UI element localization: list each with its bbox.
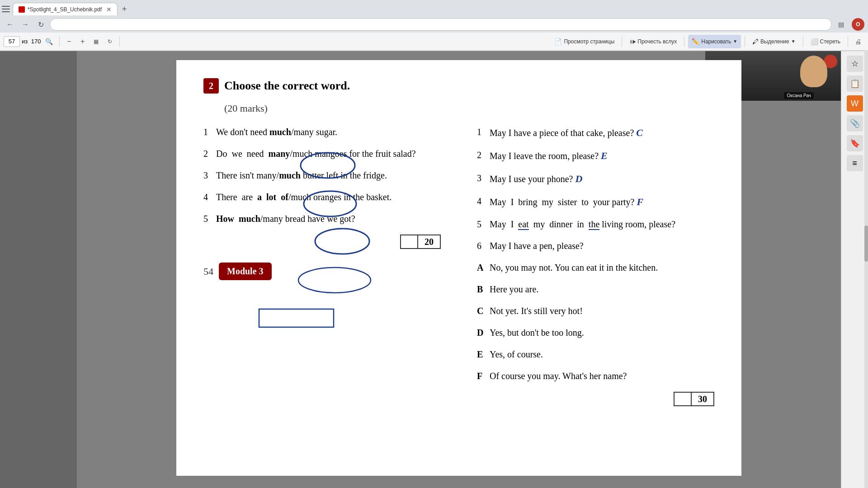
draw-button[interactable]: ✏️ Нарисовать ▼ [688, 35, 741, 48]
exercise-item-5: 5 How much/many bread have we got? [203, 212, 441, 225]
section-header: 2 Choose the correct word. [203, 78, 714, 94]
user-avatar: O [852, 18, 864, 31]
question-item-3: 3 May I use your phone? D [477, 171, 714, 186]
score-empty-3 [674, 392, 692, 406]
tab-close-button[interactable]: ✕ [106, 6, 112, 13]
separator-4 [684, 36, 684, 47]
scrollbar-thumb[interactable] [864, 225, 868, 262]
forward-button[interactable]: → [19, 18, 32, 31]
view-page-button[interactable]: 📄 Просмотр страницы [551, 35, 618, 48]
option-D: D Yes, but don't be too long. [477, 326, 714, 339]
read-aloud-button[interactable]: 🕪 Прочесть вслух [626, 35, 680, 48]
menu-button[interactable] [2, 5, 10, 13]
left-panel [0, 51, 77, 488]
new-tab-button[interactable]: + [118, 3, 130, 15]
draw-label: Нарисовать [701, 38, 731, 45]
q-text-5: May I eat my dinner in the living room, … [490, 217, 714, 231]
screenshot-button[interactable]: ▤ [835, 18, 847, 31]
question-item-1: 1 May I have a piece of that cake, pleas… [477, 125, 714, 140]
address-input[interactable]: E:/Уроки/4%20класс/Spotlight_4_SB_Uchebn… [50, 18, 832, 31]
score-display-2: 20 [400, 235, 441, 249]
item-text-1: We don't need much/many sugar. [216, 125, 441, 139]
panel-icon-5[interactable]: 🔖 [847, 135, 863, 151]
reload-button[interactable]: ↻ [34, 18, 47, 31]
item-num-1: 1 [203, 125, 216, 139]
q-answer-4: F [637, 196, 644, 207]
highlight-label: Выделение [760, 38, 789, 45]
q-num-4: 4 [477, 194, 490, 208]
print-button[interactable]: 🖨 [852, 35, 864, 48]
q-text-4: May I bring my sister to your party? F [490, 194, 714, 209]
page-number-input[interactable] [4, 36, 20, 47]
opt-letter-D: D [477, 326, 490, 339]
pdf-tab-icon [19, 6, 25, 13]
item-num-5: 5 [203, 212, 216, 225]
item-num-2: 2 [203, 147, 216, 160]
item-text-5: How much/many bread have we got? [216, 212, 441, 225]
separator-1 [59, 36, 60, 47]
item-num-4: 4 [203, 190, 216, 204]
option-B: B Here you are. [477, 282, 714, 296]
score-value-2: 20 [418, 235, 441, 249]
score-empty-2 [400, 235, 418, 249]
rotate-button[interactable]: ↻ [104, 36, 116, 47]
opt-letter-E: E [477, 347, 490, 361]
opt-letter-C: C [477, 304, 490, 318]
q-text-6: May I have a pen, please? [490, 239, 714, 253]
exercise-item-2: 2 Do we need many/much mangoes for the f… [203, 147, 441, 160]
fit-page-button[interactable]: ▦ [90, 36, 102, 47]
panel-icon-3[interactable]: W [847, 95, 863, 112]
question-item-4: 4 May I bring my sister to your party? F [477, 194, 714, 209]
q-word-the: the [589, 219, 599, 230]
q-text-2: May I leave the room, please? E [490, 148, 714, 163]
page-total: 170 [31, 38, 41, 45]
answer-much-2: much [292, 149, 312, 159]
video-person-label: Оксана Рач [784, 92, 814, 99]
zoom-in-button[interactable]: + [77, 36, 89, 47]
q-word-eat: eat [518, 219, 528, 230]
erase-label: Стереть [820, 38, 840, 45]
separator-3 [622, 36, 622, 47]
back-button[interactable]: ← [4, 18, 16, 31]
q-num-3: 3 [477, 171, 490, 185]
answer-many-3: many [256, 170, 276, 180]
panel-icon-1[interactable]: ☆ [847, 56, 863, 72]
q-num-6: 6 [477, 239, 490, 253]
active-tab[interactable]: *Spotlight_4_SB_Uchebnik.pdf ✕ [13, 3, 118, 15]
exercise-item-3: 3 There isn't many/much butter left in t… [203, 169, 441, 182]
draw-icon: ✏️ [692, 38, 699, 45]
highlight-icon: 🖍 [752, 38, 759, 45]
panel-icon-4[interactable]: 📎 [847, 115, 863, 131]
option-A: A No, you may not. You can eat it in the… [477, 261, 714, 274]
item-text-4: There are a lot of/much oranges in the b… [216, 190, 441, 204]
read-aloud-label: Прочесть вслух [637, 38, 677, 45]
question-item-6: 6 May I have a pen, please? [477, 239, 714, 253]
zoom-out-button[interactable]: − [63, 36, 75, 47]
panel-icon-2[interactable]: 📋 [847, 75, 863, 92]
answer-much-1: much [269, 127, 291, 137]
view-page-icon: 📄 [554, 38, 562, 45]
q-num-5: 5 [477, 217, 490, 231]
section-subtitle: (20 marks) [203, 103, 714, 114]
page-total-label: из [22, 38, 29, 45]
answer-howmuch-5: How much [216, 214, 260, 224]
q-answer-2: E [601, 150, 608, 161]
panel-icon-6[interactable]: ≡ [847, 155, 863, 171]
erase-button[interactable]: ⬜ Стереть [807, 35, 844, 48]
q-answer-1: C [636, 127, 643, 138]
opt-text-A: No, you may not. You can eat it in the k… [490, 261, 714, 274]
two-column-layout: 1 We don't need much/many sugar. 2 Do we… [203, 125, 714, 406]
separator-5 [745, 36, 745, 47]
browser-chrome: *Spotlight_4_SB_Uchebnik.pdf ✕ + ← → ↻ E… [0, 0, 868, 51]
pdf-container[interactable]: Оксана Рач 2 Choose the [77, 51, 841, 488]
opt-text-C: Not yet. It's still very hot! [490, 304, 714, 318]
question-item-2: 2 May I leave the room, please? E [477, 148, 714, 163]
highlight-button[interactable]: 🖍 Выделение ▼ [749, 35, 799, 48]
score-box-section3: 30 [477, 392, 714, 406]
q-num-2: 2 [477, 148, 490, 162]
question-item-5: 5 May I eat my dinner in the living room… [477, 217, 714, 231]
answer-many-5: many [263, 214, 283, 224]
page-number-badge: 54 [203, 266, 213, 277]
section-number: 2 [203, 78, 219, 94]
search-button[interactable]: 🔍 [43, 35, 56, 48]
